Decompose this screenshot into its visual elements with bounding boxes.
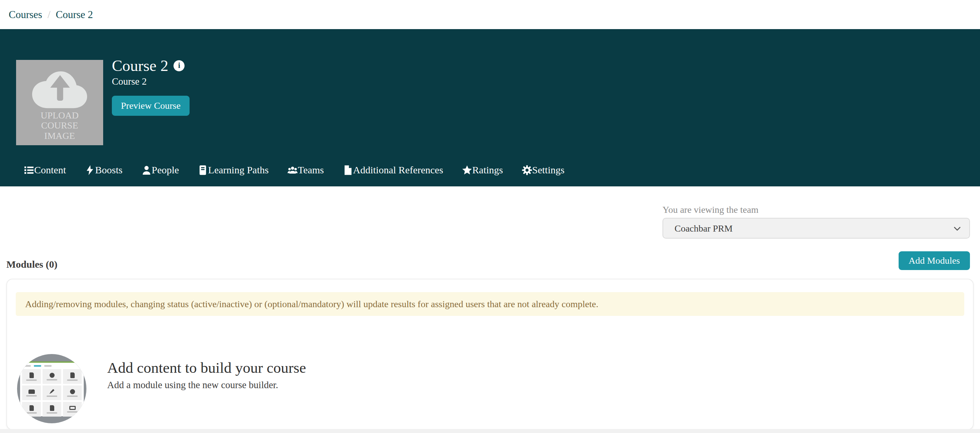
cloud-upload-icon — [29, 66, 90, 109]
course-header-top: UPLOAD COURSE IMAGE Course 2 i Course 2 … — [0, 29, 980, 145]
tab-label: Additional References — [353, 164, 443, 176]
empty-state-title: Add content to build your course — [107, 359, 306, 377]
breadcrumb: Courses / Course 2 — [0, 0, 980, 29]
team-viewer-label: You are viewing the team — [662, 205, 970, 215]
bolt-icon — [85, 165, 95, 175]
tab-ratings[interactable]: Ratings — [462, 164, 503, 176]
upload-placeholder-text: UPLOAD COURSE IMAGE — [31, 110, 88, 141]
page-title: Course 2 — [112, 57, 168, 75]
empty-state-subtitle: Add a module using the new course builde… — [107, 379, 306, 390]
course-subtitle: Course 2 — [112, 76, 189, 87]
breadcrumb-current-course[interactable]: Course 2 — [56, 9, 93, 21]
tab-label: Boosts — [95, 164, 123, 176]
tab-label: Content — [34, 164, 66, 176]
tab-settings[interactable]: Settings — [522, 164, 565, 176]
star-icon — [462, 165, 472, 175]
modules-heading: Modules (0) — [6, 259, 57, 270]
tab-people[interactable]: People — [142, 164, 179, 176]
tab-boosts[interactable]: Boosts — [85, 164, 123, 176]
empty-state: Add content to build your course Add a m… — [16, 354, 964, 423]
tab-additional-references[interactable]: Additional References — [343, 164, 443, 176]
tab-label: Ratings — [472, 164, 503, 176]
upload-course-image-dropzone[interactable]: UPLOAD COURSE IMAGE — [16, 60, 103, 145]
course-header: UPLOAD COURSE IMAGE Course 2 i Course 2 … — [0, 29, 980, 186]
tab-content[interactable]: Content — [24, 164, 66, 176]
warning-text: Adding/removing modules, changing status… — [25, 299, 598, 309]
tab-label: Learning Paths — [208, 164, 269, 176]
list-icon — [24, 165, 34, 175]
tab-teams[interactable]: Teams — [287, 164, 324, 176]
modules-header-row: Modules (0) Add Modules — [0, 251, 980, 270]
file-icon — [343, 165, 353, 175]
modules-card: Adding/removing modules, changing status… — [6, 279, 974, 430]
users-icon — [287, 165, 298, 175]
info-circle-icon[interactable]: i — [173, 60, 185, 71]
team-select[interactable]: Coachbar PRM — [662, 218, 970, 239]
tab-label: People — [152, 164, 179, 176]
breadcrumb-separator: / — [48, 9, 51, 21]
course-nav-tabs: Content Boosts People — [0, 164, 980, 186]
gear-icon — [522, 165, 532, 175]
page-bottom-strip — [0, 429, 980, 433]
tab-learning-paths[interactable]: Learning Paths — [197, 164, 269, 176]
tab-label: Settings — [532, 164, 565, 176]
add-modules-button[interactable]: Add Modules — [899, 251, 970, 270]
book-icon — [197, 165, 208, 175]
breadcrumb-courses-link[interactable]: Courses — [9, 9, 42, 21]
tab-label: Teams — [298, 164, 324, 176]
course-builder-illustration — [17, 354, 86, 423]
person-icon — [142, 165, 152, 175]
team-viewer-section: You are viewing the team Coachbar PRM — [0, 186, 980, 239]
module-type-grid — [22, 369, 82, 417]
course-info: Course 2 i Course 2 Preview Course — [112, 60, 189, 145]
modules-warning-banner: Adding/removing modules, changing status… — [16, 292, 964, 316]
preview-course-button[interactable]: Preview Course — [112, 96, 189, 116]
